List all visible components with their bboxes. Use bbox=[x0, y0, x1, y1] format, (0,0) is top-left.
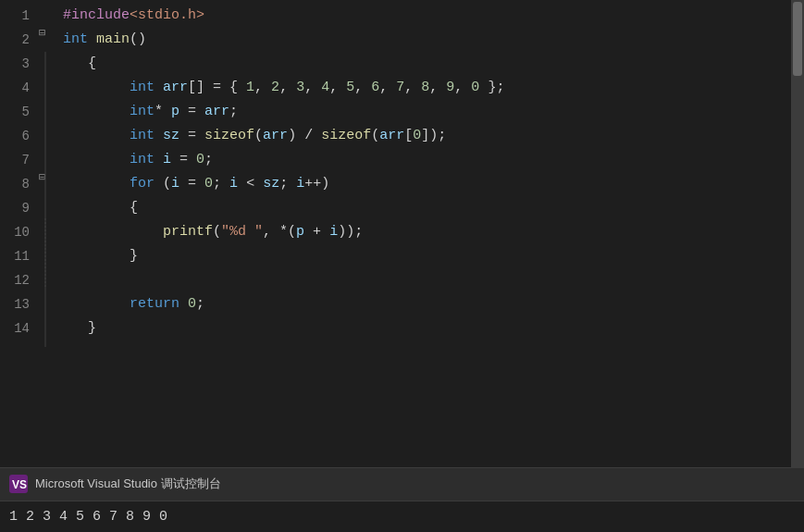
vs-logo-icon: VS bbox=[9, 475, 28, 493]
code-line-14: ​ } bbox=[63, 316, 804, 340]
vs-console-title: Microsoft Visual Studio 调试控制台 bbox=[35, 476, 221, 492]
vertical-scrollbar[interactable] bbox=[791, 0, 804, 467]
code-line-7: int i = 0; bbox=[63, 148, 804, 172]
console-output: 1 2 3 4 5 6 7 8 9 0 bbox=[0, 501, 804, 533]
code-editor[interactable]: 1 2 3 4 5 6 7 8 9 10 11 12 13 14 ⊟ ⊟ #in… bbox=[0, 0, 804, 467]
code-gutter: ⊟ ⊟ bbox=[37, 0, 54, 467]
code-line-2: int main() bbox=[63, 28, 804, 52]
indent-guides-svg bbox=[37, 0, 54, 467]
code-line-12 bbox=[63, 268, 804, 292]
code-line-4: int arr[] = { 1, 2, 3, 4, 5, 6, 7, 8, 9,… bbox=[63, 76, 804, 100]
code-line-6: int sz = sizeof(arr) / sizeof(arr[0]); bbox=[63, 124, 804, 148]
scrollbar-thumb[interactable] bbox=[793, 2, 802, 76]
code-line-11: } bbox=[63, 244, 804, 268]
svg-text:VS: VS bbox=[12, 478, 27, 491]
code-line-9: { bbox=[63, 196, 804, 220]
line-numbers: 1 2 3 4 5 6 7 8 9 10 11 12 13 14 bbox=[0, 0, 37, 467]
code-line-10: printf("%d ", *(p + i)); bbox=[63, 220, 804, 244]
code-content[interactable]: #include<stdio.h> int main() ​ { int arr… bbox=[54, 0, 804, 467]
code-line-13: return 0; bbox=[63, 292, 804, 316]
code-line-1: #include<stdio.h> bbox=[63, 4, 804, 28]
code-line-8: for (i = 0; i < sz; i++) bbox=[63, 172, 804, 196]
vs-debug-console-bar[interactable]: VS Microsoft Visual Studio 调试控制台 bbox=[0, 468, 804, 501]
code-line-5: int* p = arr; bbox=[63, 100, 804, 124]
code-line-3: ​ { bbox=[63, 52, 804, 76]
output-text: 1 2 3 4 5 6 7 8 9 0 bbox=[9, 509, 167, 525]
taskbar: VS Microsoft Visual Studio 调试控制台 1 2 3 4… bbox=[0, 467, 804, 532]
